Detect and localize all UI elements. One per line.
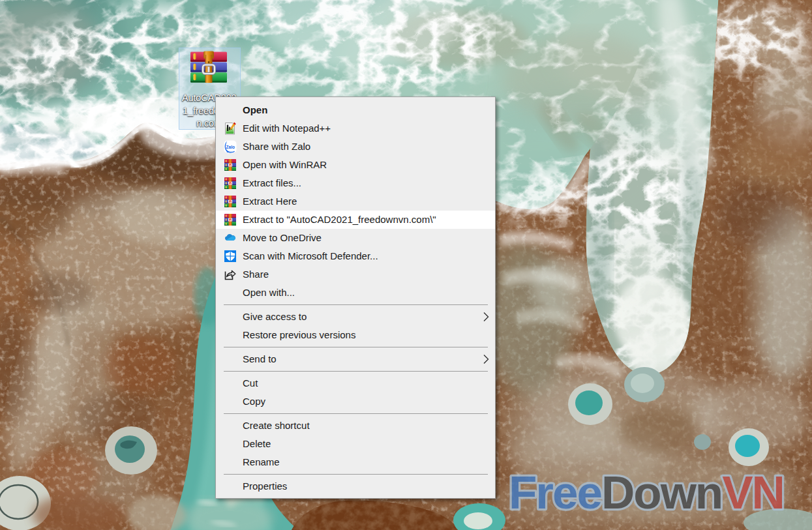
svg-text:Zalo: Zalo bbox=[226, 145, 235, 149]
svg-text:FreeDownVN: FreeDownVN bbox=[509, 467, 784, 518]
